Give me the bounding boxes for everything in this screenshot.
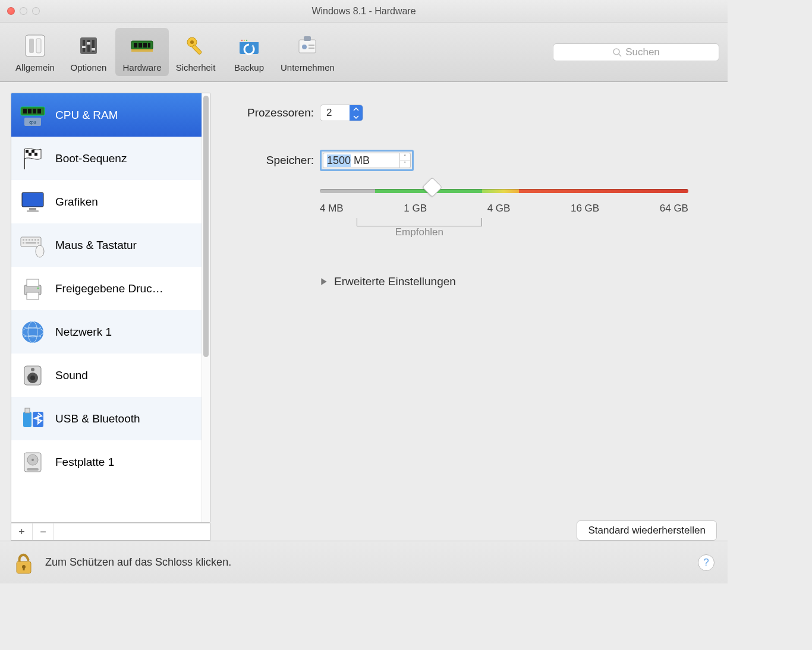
advanced-settings-label: Erweiterte Einstellungen — [334, 275, 456, 288]
svg-rect-0 — [26, 35, 45, 56]
svg-rect-38 — [26, 150, 29, 153]
svg-rect-9 — [92, 48, 95, 51]
memory-step-up[interactable]: ˄ — [400, 153, 410, 161]
svg-rect-11 — [134, 43, 137, 48]
tick-1gb: 1 GB — [404, 203, 427, 214]
svg-rect-47 — [23, 239, 24, 241]
svg-point-56 — [36, 245, 44, 257]
svg-point-17 — [190, 40, 194, 44]
sidebar-item-cpu-ram[interactable]: cpu CPU & RAM — [11, 93, 202, 137]
svg-rect-13 — [143, 43, 147, 48]
lock-icon[interactable] — [12, 550, 36, 576]
svg-rect-58 — [27, 279, 39, 286]
memory-input[interactable]: 1500 MB ˄ ˅ — [320, 150, 414, 171]
toolbar-tab-sicherheit[interactable]: Sicherheit — [169, 28, 222, 76]
svg-rect-41 — [34, 153, 37, 156]
svg-rect-39 — [32, 150, 34, 153]
svg-rect-5 — [87, 40, 90, 52]
advanced-settings-disclosure[interactable]: Erweiterte Einstellungen — [320, 275, 717, 288]
svg-rect-59 — [27, 292, 39, 299]
sidebar-item-shared-printers[interactable]: Freigegebene Druc… — [11, 267, 202, 310]
svg-rect-24 — [299, 40, 316, 53]
search-icon — [612, 48, 622, 57]
svg-point-61 — [22, 321, 43, 343]
checkered-flag-icon — [18, 144, 47, 173]
svg-rect-34 — [33, 109, 36, 113]
remove-device-button[interactable]: − — [33, 523, 54, 540]
svg-point-21 — [241, 40, 243, 41]
toolbar-tab-label: Hardware — [122, 62, 161, 72]
svg-rect-48 — [26, 239, 27, 241]
add-device-button[interactable]: + — [11, 523, 33, 540]
svg-point-22 — [244, 40, 245, 41]
svg-rect-28 — [309, 48, 314, 49]
memory-value: 1500 — [327, 154, 351, 167]
memory-step-down[interactable]: ˅ — [400, 161, 410, 168]
restore-defaults-button[interactable]: Standard wiederherstellen — [577, 520, 717, 541]
recommended-label: Empfohlen — [350, 226, 490, 238]
sidebar-item-harddisk[interactable]: Festplatte 1 — [11, 440, 202, 484]
svg-point-29 — [613, 49, 619, 55]
memory-unit: MB — [354, 154, 370, 167]
memory-slider-thumb[interactable] — [422, 177, 442, 197]
id-badge-icon — [293, 31, 322, 60]
svg-point-66 — [30, 376, 35, 380]
svg-text:cpu: cpu — [29, 120, 36, 125]
minimize-window-button[interactable] — [20, 7, 27, 15]
toolbar-tab-unternehmen[interactable]: Unternehmen — [276, 28, 339, 76]
svg-rect-35 — [37, 109, 41, 113]
processors-label: Prozessoren: — [221, 106, 314, 119]
sidebar-item-mouse-keyboard[interactable]: Maus & Tastatur — [11, 223, 202, 267]
sidebar-item-sound[interactable]: Sound — [11, 354, 202, 397]
toolbar-tab-hardware[interactable]: Hardware — [115, 28, 169, 76]
zoom-window-button[interactable] — [32, 7, 40, 15]
memory-stepper[interactable]: ˄ ˅ — [400, 153, 411, 168]
sidebar-item-label: Maus & Tastatur — [55, 239, 137, 252]
ram-icon — [128, 31, 156, 60]
svg-rect-54 — [26, 242, 36, 244]
svg-rect-77 — [23, 567, 25, 570]
select-stepper-icon — [350, 105, 363, 121]
svg-rect-40 — [29, 153, 32, 156]
sidebar-scrollbar[interactable] — [202, 93, 210, 522]
toolbar-tab-label: Sicherheit — [176, 62, 216, 72]
cpu-ram-panel: Prozessoren: 2 Speicher: 1500 MB ˄ — [221, 93, 717, 541]
sidebar-item-graphics[interactable]: Grafiken — [11, 180, 202, 223]
svg-rect-50 — [32, 239, 33, 241]
toolbar-tab-backup[interactable]: Backup — [222, 28, 276, 76]
speaker-icon — [18, 361, 47, 390]
sidebar-item-usb-bluetooth[interactable]: USB & Bluetooth — [11, 397, 202, 440]
toolbar: Allgemein Optionen Hardware Sicherheit B… — [0, 23, 728, 82]
tick-16gb: 16 GB — [571, 203, 599, 214]
svg-rect-51 — [34, 239, 36, 241]
svg-rect-45 — [27, 210, 39, 212]
processors-select[interactable]: 2 — [320, 105, 363, 121]
memory-slider[interactable] — [320, 189, 688, 193]
svg-rect-18 — [192, 45, 202, 55]
sidebar-item-label: Freigegebene Druc… — [55, 282, 163, 295]
svg-rect-1 — [29, 39, 34, 53]
processors-value: 2 — [320, 105, 350, 121]
search-input[interactable]: Suchen — [553, 43, 719, 61]
close-window-button[interactable] — [7, 7, 15, 15]
svg-rect-42 — [22, 193, 43, 207]
toolbar-tab-label: Optionen — [71, 62, 107, 72]
footer-bar: Zum Schützen auf das Schloss klicken. ? — [0, 541, 728, 583]
tick-4gb: 4 GB — [487, 203, 511, 214]
sidebar-item-boot-sequence[interactable]: Boot-Sequenz — [11, 137, 202, 180]
backup-icon — [235, 31, 263, 60]
title-bar: Windows 8.1 - Hardware — [0, 0, 728, 23]
toolbar-tab-allgemein[interactable]: Allgemein — [8, 28, 62, 76]
svg-rect-25 — [304, 36, 311, 41]
svg-rect-27 — [309, 45, 314, 46]
help-button[interactable]: ? — [698, 554, 715, 571]
sidebar-item-network[interactable]: Netzwerk 1 — [11, 310, 202, 354]
traffic-lights — [7, 7, 40, 15]
search-placeholder: Suchen — [625, 46, 660, 58]
svg-rect-49 — [29, 239, 30, 241]
scrollbar-thumb[interactable] — [203, 96, 209, 357]
monitor-icon — [18, 188, 47, 216]
toolbar-tab-optionen[interactable]: Optionen — [62, 28, 115, 76]
sidebar-item-label: Grafiken — [55, 195, 98, 209]
svg-point-26 — [302, 45, 307, 49]
